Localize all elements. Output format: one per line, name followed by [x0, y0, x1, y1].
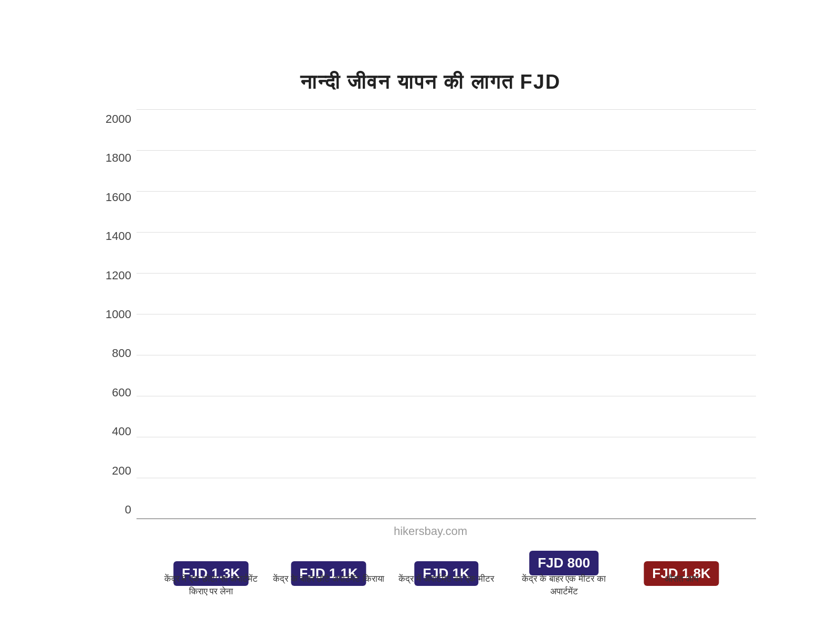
- y-axis-label: 0: [125, 503, 131, 517]
- gridline: [136, 478, 756, 478]
- gridline: [136, 150, 756, 151]
- y-axis-label: 1800: [106, 151, 131, 165]
- gridline: [136, 355, 756, 355]
- x-axis-label: केंद्र में एक छोटा सा अपार्टमेंट किराए प…: [152, 573, 270, 598]
- chart-title: नान्दी जीवन यापन की लागत FJD: [105, 71, 756, 94]
- y-axis-label: 2000: [106, 112, 131, 126]
- x-axis-label: औसत आय: [623, 573, 740, 598]
- bar-value-label: FJD 800: [529, 551, 598, 575]
- gridline: [136, 273, 756, 274]
- x-axis-label: केंद्र में अपार्टमेंट का एक मीटर: [387, 573, 505, 598]
- y-axis-label: 1200: [106, 269, 131, 282]
- x-axis-label: केंद्र के बाहर एक मीटर का अपार्टमेंट: [505, 573, 623, 598]
- gridline: [136, 109, 756, 110]
- gridline: [136, 314, 756, 314]
- y-axis-label: 800: [112, 346, 131, 360]
- gridline: [136, 396, 756, 396]
- x-labels: केंद्र में एक छोटा सा अपार्टमेंट किराए प…: [136, 573, 756, 598]
- y-axis: 0200400600800100012001400160018002000: [105, 110, 136, 519]
- y-axis-label: 400: [112, 425, 131, 438]
- chart-area: 0200400600800100012001400160018002000 FJ…: [105, 110, 756, 519]
- y-axis-label: 1400: [106, 229, 131, 243]
- gridline: [136, 232, 756, 233]
- chart-container: नान्दी जीवन यापन की लागत FJD 02004006008…: [52, 39, 788, 591]
- y-axis-label: 1000: [106, 308, 131, 321]
- y-axis-label: 600: [112, 386, 131, 400]
- x-axis-label: केंद्र के बाहर छोटे अपार्टमेंट किराया: [270, 573, 387, 598]
- gridline: [136, 437, 756, 437]
- bars-container: FJD 1.3KFJD 1.1KFJD 1KFJD 800FJD 1.8K: [136, 110, 756, 519]
- plot-area: FJD 1.3KFJD 1.1KFJD 1KFJD 800FJD 1.8K: [136, 110, 756, 519]
- footer-text: hikersbay.com: [105, 524, 756, 538]
- y-axis-label: 200: [112, 464, 131, 478]
- gridline: [136, 191, 756, 192]
- y-axis-label: 1600: [106, 191, 131, 204]
